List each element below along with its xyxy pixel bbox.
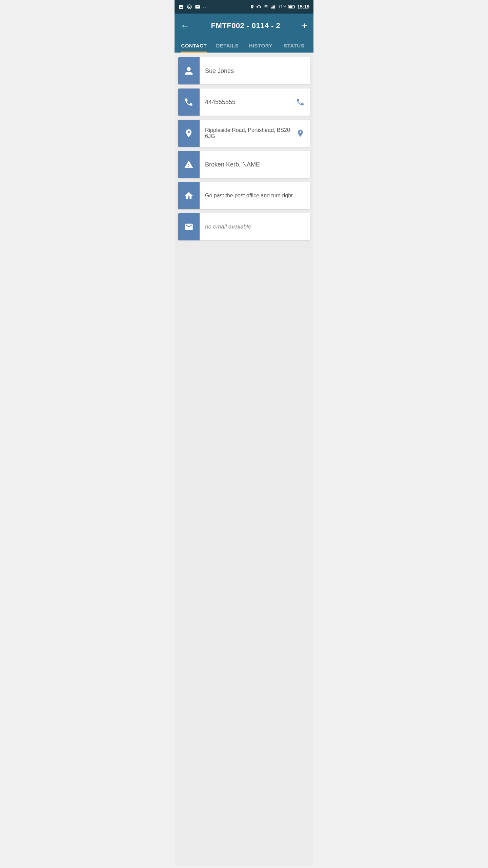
- smiley-icon: [187, 4, 192, 9]
- call-icon[interactable]: [296, 98, 305, 106]
- email-status-icon: [195, 4, 200, 9]
- address-content[interactable]: Rippleside Road, Portishead, BS20 6JG: [200, 120, 310, 147]
- status-bar-left-icons: ···: [179, 4, 208, 9]
- mail-icon: [184, 222, 194, 232]
- battery-text: 71%: [278, 4, 286, 9]
- name-card: Sue Jones: [178, 57, 310, 84]
- more-dots: ···: [203, 4, 208, 9]
- time-display: 15:19: [297, 4, 309, 9]
- warning-icon: [184, 160, 194, 169]
- home-icon: [184, 191, 194, 200]
- home-icon-container: [178, 182, 200, 209]
- signal-icon: [271, 4, 276, 9]
- warning-icon-container: [178, 151, 200, 178]
- battery-icon: [288, 5, 295, 9]
- back-button[interactable]: ←: [181, 21, 189, 31]
- status-bar: ··· 71% 15:19: [175, 0, 313, 14]
- address-card[interactable]: Rippleside Road, Portishead, BS20 6JG: [178, 120, 310, 147]
- issue-card: Broken Kerb, NAME: [178, 151, 310, 178]
- phone-content[interactable]: 444555555: [200, 88, 310, 116]
- issue-content: Broken Kerb, NAME: [200, 151, 310, 178]
- tab-details[interactable]: DETAILS: [211, 38, 244, 53]
- svg-rect-6: [289, 6, 292, 8]
- gps-icon: [250, 4, 255, 9]
- image-icon: [179, 4, 184, 9]
- person-icon-container: [178, 57, 200, 84]
- address-text: Rippleside Road, Portishead, BS20 6JG: [205, 127, 296, 139]
- directions-text: Go past the post office and turn right: [205, 193, 293, 199]
- wifi-icon: [263, 4, 269, 9]
- map-pin-icon[interactable]: [296, 129, 305, 138]
- tab-bar: CONTACT DETAILS HISTORY STATUS: [175, 38, 313, 53]
- email-card: no email available: [178, 213, 310, 240]
- email-text: no email available: [205, 223, 251, 230]
- svg-rect-3: [274, 5, 275, 8]
- location-pin-icon: [184, 129, 194, 138]
- content-area: Sue Jones 444555555 Rippleside Road, Por…: [175, 53, 313, 866]
- svg-rect-5: [294, 6, 295, 7]
- tab-history[interactable]: HISTORY: [244, 38, 278, 53]
- header-title: FMTF002 - 0114 - 2: [211, 21, 281, 30]
- directions-content: Go past the post office and turn right: [200, 182, 310, 209]
- phone-number: 444555555: [205, 99, 236, 106]
- phone-card[interactable]: 444555555: [178, 88, 310, 116]
- phone-icon: [184, 97, 194, 107]
- add-button[interactable]: +: [302, 20, 307, 31]
- location-icon-container: [178, 120, 200, 147]
- issue-text: Broken Kerb, NAME: [205, 161, 260, 168]
- svg-rect-1: [272, 6, 273, 8]
- svg-rect-0: [271, 7, 272, 8]
- phone-icon-container: [178, 88, 200, 116]
- header: ← FMTF002 - 0114 - 2 +: [175, 14, 313, 38]
- vibrate-icon: [257, 4, 261, 9]
- mail-icon-container: [178, 213, 200, 240]
- status-bar-right-icons: 71% 15:19: [250, 4, 309, 9]
- tab-status[interactable]: STATUS: [278, 38, 311, 53]
- contact-name: Sue Jones: [205, 67, 234, 75]
- directions-card: Go past the post office and turn right: [178, 182, 310, 209]
- tab-contact[interactable]: CONTACT: [177, 38, 211, 53]
- person-icon: [184, 66, 194, 76]
- email-content: no email available: [200, 213, 310, 240]
- svg-rect-2: [273, 6, 274, 9]
- name-content: Sue Jones: [200, 57, 310, 84]
